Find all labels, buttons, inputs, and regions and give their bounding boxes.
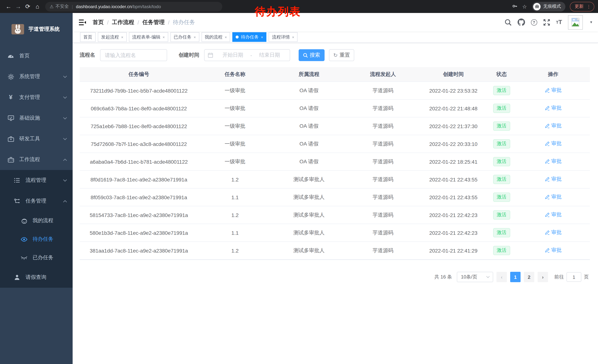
approve-button[interactable]: 审批 [545, 158, 562, 165]
filter-form: 流程名 创建时间 开始日期 - 结束日期 搜索 [80, 49, 590, 61]
workflow-submenu: 流程管理 任务管理 我的流程 [0, 170, 73, 288]
close-icon[interactable]: × [261, 35, 263, 39]
task-process: OA 请假 [272, 140, 346, 147]
status-badge: 激活 [493, 193, 510, 202]
close-icon[interactable]: × [163, 35, 165, 39]
font-size-icon[interactable]: TT [556, 19, 562, 25]
tab-done-task[interactable]: 已办任务 × [170, 32, 199, 42]
table-row: 725a1eb6-7b88-11ec-8ef0-acde48001122 一级审… [80, 117, 590, 135]
next-page-button[interactable]: › [538, 272, 548, 282]
sidebar-item-payment[interactable]: ¥ 支付管理 [0, 87, 73, 108]
goto-page-input[interactable] [566, 272, 581, 282]
task-created: 2022-01-22 20:33:10 [420, 141, 487, 147]
sidebar-item-leave-query[interactable]: 请假查询 [0, 267, 73, 288]
task-starter: 芋道源码 [346, 247, 420, 254]
task-process: OA 请假 [272, 87, 346, 94]
tab-todo-task[interactable]: 待办任务 × [233, 32, 266, 42]
approve-button[interactable]: 审批 [545, 105, 562, 112]
sidebar-item-todo-task[interactable]: 待办任务 [0, 230, 73, 249]
sidebar-item-task-mgmt[interactable]: 任务管理 [0, 191, 73, 211]
sidebar-item-infra[interactable]: 基础设施 [0, 108, 73, 129]
table-row: 580e1b3d-7ac8-11ec-a9e2-a2380e71991a 1.1… [80, 224, 590, 242]
sidebar-collapse-icon[interactable] [79, 19, 86, 25]
browser-forward-icon[interactable]: → [13, 2, 23, 11]
sidebar-item-label: 首页 [19, 53, 30, 59]
approve-button[interactable]: 审批 [545, 194, 562, 200]
task-starter: 芋道源码 [346, 212, 420, 218]
browser-update-button[interactable]: 更新 ⋮ [570, 2, 594, 11]
search-icon[interactable] [505, 19, 512, 26]
edit-icon [545, 159, 550, 164]
address-bar[interactable]: ⚠ 不安全 | dashboard.yudao.iocoder.cn/bpm/t… [45, 2, 222, 11]
task-id: 58154733-7ac8-11ec-a9e2-a2380e71991a [80, 212, 198, 218]
eye-closed-icon [21, 256, 27, 260]
tab-my-process[interactable]: 我的流程 × [201, 32, 230, 42]
tags-view: 首页 发起流程 × 流程表单-编辑 × 已办任务 × 我的流程 × [73, 32, 598, 43]
sidebar-item-done-task[interactable]: 已办任务 [0, 249, 73, 267]
sidebar-item-process-mgmt[interactable]: 流程管理 [0, 170, 73, 191]
browser-reload-icon[interactable]: ⟳ [23, 2, 33, 11]
tab-process-form-edit[interactable]: 流程表单-编辑 × [129, 32, 168, 42]
browser-menu-icon[interactable]: ⋮ [587, 4, 591, 9]
task-process: 测试多审批人 [272, 212, 346, 218]
fullscreen-icon[interactable] [543, 19, 550, 26]
browser-home-icon[interactable]: ⌂ [33, 2, 42, 11]
tab-start-process[interactable]: 发起流程 × [98, 32, 127, 42]
bookmark-star-icon[interactable]: ☆ [522, 4, 527, 9]
help-icon[interactable]: ? [531, 19, 537, 25]
close-icon[interactable]: × [225, 35, 227, 39]
caret-down-icon[interactable]: ▼ [590, 20, 593, 24]
approve-button[interactable]: 审批 [545, 176, 562, 183]
reset-button[interactable]: ↻ 重置 [329, 49, 354, 61]
task-starter: 芋道源码 [346, 87, 420, 94]
browser-back-icon[interactable]: ← [4, 2, 13, 11]
close-icon[interactable]: × [292, 35, 294, 39]
approve-button[interactable]: 审批 [545, 87, 562, 94]
sidebar-item-my-process[interactable]: 我的流程 [0, 211, 73, 230]
github-icon[interactable] [517, 18, 525, 26]
breadcrumb-home[interactable]: 首页 [93, 19, 104, 26]
approve-button[interactable]: 审批 [545, 247, 562, 254]
avatar[interactable] [568, 15, 583, 29]
start-date-placeholder[interactable]: 开始日期 [216, 52, 249, 58]
prev-page-button[interactable]: ‹ [497, 272, 507, 282]
approve-button[interactable]: 审批 [545, 211, 562, 218]
breadcrumb-level2[interactable]: 任务管理 [142, 19, 165, 26]
date-range-picker[interactable]: 开始日期 - 结束日期 [204, 49, 290, 61]
task-name: 一级审批 [198, 123, 272, 129]
sidebar-item-workflow[interactable]: 工作流程 [0, 149, 73, 170]
page-button-1[interactable]: 1 [510, 272, 521, 282]
sidebar-item-home[interactable]: 首页 [0, 46, 73, 66]
edit-icon [545, 212, 550, 217]
task-status: 激活 [487, 246, 516, 255]
task-process: 测试多审批人 [272, 176, 346, 183]
tab-process-detail[interactable]: 流程详情 × [269, 32, 298, 42]
page-button-2[interactable]: 2 [524, 272, 534, 282]
sidebar-item-devtools[interactable]: 研发工具 [0, 129, 73, 149]
tab-label: 已办任务 [174, 34, 191, 40]
approve-button[interactable]: 审批 [545, 140, 562, 147]
close-icon[interactable]: × [194, 35, 196, 39]
process-name-input[interactable] [100, 49, 167, 61]
page-size-select[interactable]: 10条/页 [457, 272, 493, 282]
search-button[interactable]: 搜索 [299, 49, 324, 61]
list-icon [14, 178, 20, 183]
edit-icon [545, 230, 550, 235]
close-icon[interactable]: × [121, 35, 123, 39]
tab-home[interactable]: 首页 [80, 32, 96, 42]
approve-button[interactable]: 审批 [545, 122, 562, 129]
approve-button[interactable]: 审批 [545, 229, 562, 236]
sidebar-item-system[interactable]: 系统管理 [0, 66, 73, 87]
tab-label: 流程表单-编辑 [132, 34, 160, 40]
table-row: 069c6a63-7b8a-11ec-8ef0-acde48001122 一级审… [80, 100, 590, 117]
sidebar-item-label: 流程管理 [25, 177, 46, 184]
date-range-separator: - [249, 52, 253, 58]
end-date-placeholder[interactable]: 结束日期 [253, 52, 286, 58]
screen: ← → ⟳ ⌂ ⚠ 不安全 | dashboard.yudao.iocoder.… [0, 0, 598, 364]
task-name: 一级审批 [198, 158, 272, 165]
app-logo[interactable]: 芋道管理系统 [0, 13, 73, 46]
password-key-icon[interactable] [512, 3, 518, 10]
task-name: 一级审批 [198, 87, 272, 94]
search-icon [303, 53, 308, 57]
breadcrumb-level1[interactable]: 工作流程 [112, 19, 134, 26]
